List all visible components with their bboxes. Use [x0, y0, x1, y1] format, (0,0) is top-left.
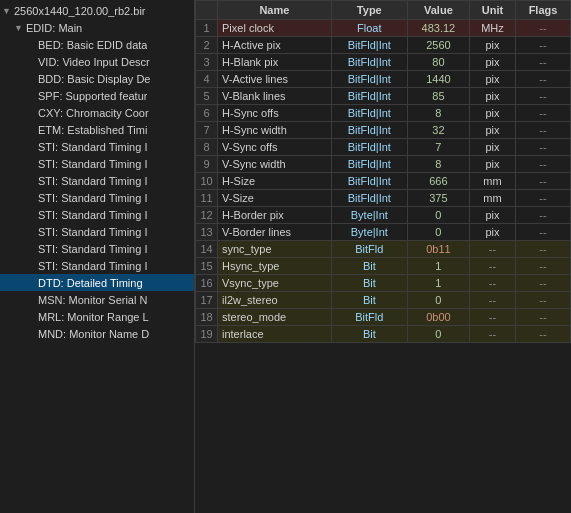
table-row[interactable]: 4V-Active linesBitFld|Int1440pix--: [196, 71, 571, 88]
field-name: Pixel clock: [218, 20, 332, 37]
tree-item-sti5[interactable]: STI: Standard Timing I: [0, 206, 194, 223]
table-row[interactable]: 7H-Sync widthBitFld|Int32pix--: [196, 122, 571, 139]
tree-item-sti1[interactable]: STI: Standard Timing I: [0, 138, 194, 155]
field-flags: --: [516, 207, 571, 224]
tree-item-sti7[interactable]: STI: Standard Timing I: [0, 240, 194, 257]
tree-item-msn[interactable]: MSN: Monitor Serial N: [0, 291, 194, 308]
leaf-spacer: [26, 278, 36, 288]
tree-item-label: STI: Standard Timing I: [38, 226, 147, 238]
field-value: 2560: [407, 37, 469, 54]
tree-item-cxy[interactable]: CXY: Chromacity Coor: [0, 104, 194, 121]
table-row[interactable]: 16Vsync_typeBit1----: [196, 275, 571, 292]
field-unit: pix: [469, 71, 515, 88]
field-flags: --: [516, 326, 571, 343]
tree-item-label: MSN: Monitor Serial N: [38, 294, 147, 306]
field-flags: --: [516, 122, 571, 139]
tree-item-sti2[interactable]: STI: Standard Timing I: [0, 155, 194, 172]
leaf-spacer: [26, 329, 36, 339]
field-type: BitFld|Int: [331, 37, 407, 54]
table-row[interactable]: 15Hsync_typeBit1----: [196, 258, 571, 275]
field-flags: --: [516, 156, 571, 173]
leaf-spacer: [26, 159, 36, 169]
leaf-spacer: [26, 312, 36, 322]
field-name: V-Sync offs: [218, 139, 332, 156]
field-flags: --: [516, 88, 571, 105]
field-flags: --: [516, 173, 571, 190]
field-unit: MHz: [469, 20, 515, 37]
field-value: 80: [407, 54, 469, 71]
tree-item-bed[interactable]: BED: Basic EDID data: [0, 36, 194, 53]
table-row[interactable]: 13V-Border linesByte|Int0pix--: [196, 224, 571, 241]
field-value: 666: [407, 173, 469, 190]
field-flags: --: [516, 258, 571, 275]
tree-item-sti3[interactable]: STI: Standard Timing I: [0, 172, 194, 189]
field-unit: pix: [469, 156, 515, 173]
field-type: BitFld|Int: [331, 71, 407, 88]
table-row[interactable]: 6H-Sync offsBitFld|Int8pix--: [196, 105, 571, 122]
table-row[interactable]: 14sync_typeBitFld0b11----: [196, 241, 571, 258]
tree-item-label: BDD: Basic Display De: [38, 73, 150, 85]
tree-item-mrl[interactable]: MRL: Monitor Range L: [0, 308, 194, 325]
table-row[interactable]: 10H-SizeBitFld|Int666mm--: [196, 173, 571, 190]
field-value: 0: [407, 292, 469, 309]
table-row[interactable]: 11V-SizeBitFld|Int375mm--: [196, 190, 571, 207]
tree-item-spf[interactable]: SPF: Supported featur: [0, 87, 194, 104]
col-unit: Unit: [469, 1, 515, 20]
leaf-spacer: [26, 74, 36, 84]
row-number: 8: [196, 139, 218, 156]
tree-item-sti8[interactable]: STI: Standard Timing I: [0, 257, 194, 274]
tree-item-label: CXY: Chromacity Coor: [38, 107, 149, 119]
field-value: 1: [407, 258, 469, 275]
tree-item-edid[interactable]: ▼EDID: Main: [0, 19, 194, 36]
collapse-icon: ▼: [2, 6, 12, 16]
table-row[interactable]: 12H-Border pixByte|Int0pix--: [196, 207, 571, 224]
field-name: interlace: [218, 326, 332, 343]
field-name: il2w_stereo: [218, 292, 332, 309]
field-unit: --: [469, 241, 515, 258]
field-name: V-Active lines: [218, 71, 332, 88]
field-type: BitFld: [331, 309, 407, 326]
tree-item-vid[interactable]: VID: Video Input Descr: [0, 53, 194, 70]
table-body: 1Pixel clockFloat483.12MHz--2H-Active pi…: [196, 20, 571, 343]
row-number: 5: [196, 88, 218, 105]
table-row[interactable]: 8V-Sync offsBitFld|Int7pix--: [196, 139, 571, 156]
field-value: 375: [407, 190, 469, 207]
tree-item-sti6[interactable]: STI: Standard Timing I: [0, 223, 194, 240]
table-row[interactable]: 1Pixel clockFloat483.12MHz--: [196, 20, 571, 37]
row-number: 12: [196, 207, 218, 224]
data-table: Name Type Value Unit Flags 1Pixel clockF…: [195, 0, 571, 343]
field-type: BitFld: [331, 241, 407, 258]
tree-item-label: DTD: Detailed Timing: [38, 277, 143, 289]
tree-item-label: STI: Standard Timing I: [38, 175, 147, 187]
field-name: V-Sync width: [218, 156, 332, 173]
table-row[interactable]: 5V-Blank linesBitFld|Int85pix--: [196, 88, 571, 105]
table-row[interactable]: 9V-Sync widthBitFld|Int8pix--: [196, 156, 571, 173]
tree-item-etm[interactable]: ETM: Established Timi: [0, 121, 194, 138]
row-number: 18: [196, 309, 218, 326]
field-name: H-Size: [218, 173, 332, 190]
field-flags: --: [516, 54, 571, 71]
leaf-spacer: [26, 176, 36, 186]
table-row[interactable]: 3H-Blank pixBitFld|Int80pix--: [196, 54, 571, 71]
tree-item-root[interactable]: ▼2560x1440_120.00_rb2.bir: [0, 2, 194, 19]
table-row[interactable]: 19interlaceBit0----: [196, 326, 571, 343]
table-row[interactable]: 17il2w_stereoBit0----: [196, 292, 571, 309]
field-unit: mm: [469, 190, 515, 207]
tree-item-label: ETM: Established Timi: [38, 124, 147, 136]
tree-item-label: STI: Standard Timing I: [38, 209, 147, 221]
table-row[interactable]: 18stereo_modeBitFld0b00----: [196, 309, 571, 326]
field-type: Bit: [331, 292, 407, 309]
tree-item-mnd[interactable]: MND: Monitor Name D: [0, 325, 194, 342]
tree-item-sti4[interactable]: STI: Standard Timing I: [0, 189, 194, 206]
tree-item-label: 2560x1440_120.00_rb2.bir: [14, 5, 146, 17]
tree-item-label: MND: Monitor Name D: [38, 328, 149, 340]
row-number: 11: [196, 190, 218, 207]
field-value: 85: [407, 88, 469, 105]
table-row[interactable]: 2H-Active pixBitFld|Int2560pix--: [196, 37, 571, 54]
tree-item-bdd[interactable]: BDD: Basic Display De: [0, 70, 194, 87]
row-number: 7: [196, 122, 218, 139]
leaf-spacer: [26, 125, 36, 135]
tree-item-dtd[interactable]: DTD: Detailed Timing: [0, 274, 194, 291]
field-flags: --: [516, 71, 571, 88]
tree-item-label: STI: Standard Timing I: [38, 158, 147, 170]
